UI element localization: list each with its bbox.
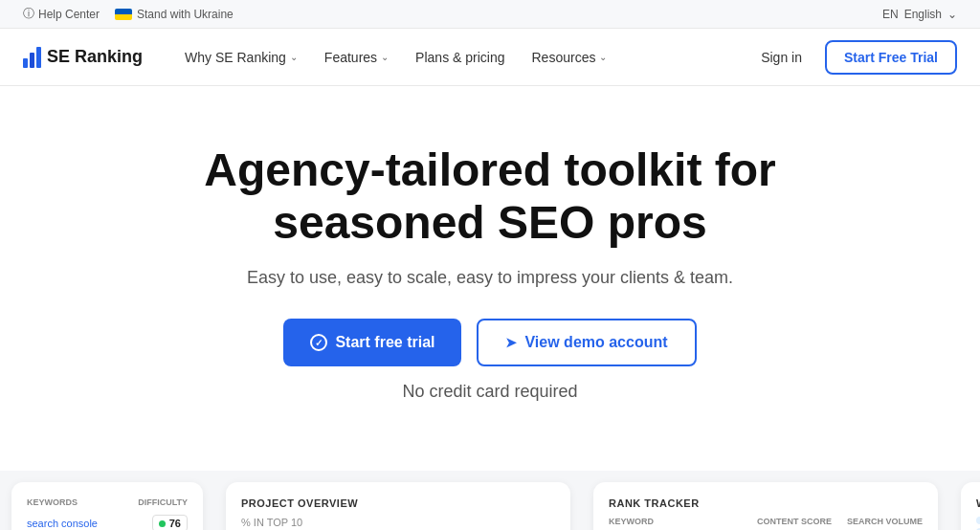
chevron-down-icon: ⌄ xyxy=(290,52,298,62)
logo-icon xyxy=(23,47,41,68)
nav-right: Sign in Start Free Trial xyxy=(749,40,957,75)
start-free-trial-button[interactable]: ✓ Start free trial xyxy=(283,319,461,366)
help-center-link[interactable]: ⓘ Help Center xyxy=(23,6,100,22)
rank-col-keyword: KEYWORD xyxy=(609,517,743,526)
difficulty-col-label: DIFFICULTY xyxy=(138,497,188,507)
dashboard-preview: KEYWORDS DIFFICULTY search console 76 we… xyxy=(0,471,980,530)
hero-title: Agency-tailored toolkit for seasoned SEO… xyxy=(107,144,873,249)
hero-section: Agency-tailored toolkit for seasoned SEO… xyxy=(0,86,980,471)
nav-links: Why SE Ranking ⌄ Features ⌄ Plans & pric… xyxy=(173,42,749,73)
webs-widget: Webs xyxy=(961,482,980,530)
keywords-col-label: KEYWORDS xyxy=(27,497,78,507)
lang-selector[interactable]: EN English ⌄ xyxy=(882,8,957,21)
chevron-down-icon: ⌄ xyxy=(947,8,957,21)
kw-name-1[interactable]: search console xyxy=(27,518,98,529)
webs-title: Webs xyxy=(976,497,980,509)
rank-tracker-title: Rank Tracker xyxy=(609,497,923,509)
green-dot xyxy=(159,520,166,527)
rank-col-volume: SEARCH VOLUME xyxy=(846,517,923,526)
start-free-trial-nav-button[interactable]: Start Free Trial xyxy=(825,40,957,75)
rank-col-content: CONTENT SCORE xyxy=(746,517,842,526)
rank-tracker-widget: Rank Tracker KEYWORD CONTENT SCORE SEARC… xyxy=(593,482,938,530)
hero-subtitle: Easy to use, easy to scale, easy to impr… xyxy=(23,268,957,288)
project-overview-widget: Project overview % IN TOP 10 30 2% ↑ xyxy=(226,482,570,530)
nav-resources[interactable]: Resources ⌄ xyxy=(521,42,619,73)
hero-buttons: ✓ Start free trial ➤ View demo account xyxy=(23,319,957,366)
logo[interactable]: SE Ranking xyxy=(23,47,143,68)
kw-row-1: search console 76 xyxy=(27,515,188,530)
keywords-widget: KEYWORDS DIFFICULTY search console 76 we… xyxy=(11,482,203,530)
topbar: ⓘ Help Center Stand with Ukraine EN Engl… xyxy=(0,0,980,29)
ukraine-link[interactable]: Stand with Ukraine xyxy=(115,8,234,21)
webs-content xyxy=(976,517,980,530)
send-icon: ➤ xyxy=(505,335,517,350)
rank-table-header: KEYWORD CONTENT SCORE SEARCH VOLUME xyxy=(609,517,923,526)
no-credit-text: No credit card required xyxy=(23,382,957,402)
ukraine-flag xyxy=(115,9,132,20)
project-stat-label: % IN TOP 10 xyxy=(241,517,555,528)
view-demo-button[interactable]: ➤ View demo account xyxy=(477,319,696,366)
help-icon: ⓘ xyxy=(23,6,34,22)
chevron-down-icon: ⌄ xyxy=(599,52,607,62)
nav-plans-pricing[interactable]: Plans & pricing xyxy=(404,42,516,73)
kw-badge-1: 76 xyxy=(152,515,188,530)
webs-bar-1 xyxy=(976,517,980,524)
main-nav: SE Ranking Why SE Ranking ⌄ Features ⌄ P… xyxy=(0,29,980,86)
checkmark-icon: ✓ xyxy=(310,334,327,351)
sign-in-button[interactable]: Sign in xyxy=(749,42,813,73)
keywords-header: KEYWORDS DIFFICULTY xyxy=(27,497,188,507)
chevron-down-icon: ⌄ xyxy=(381,52,389,62)
project-overview-title: Project overview xyxy=(241,497,555,509)
nav-why-se-ranking[interactable]: Why SE Ranking ⌄ xyxy=(173,42,309,73)
nav-features[interactable]: Features ⌄ xyxy=(313,42,400,73)
